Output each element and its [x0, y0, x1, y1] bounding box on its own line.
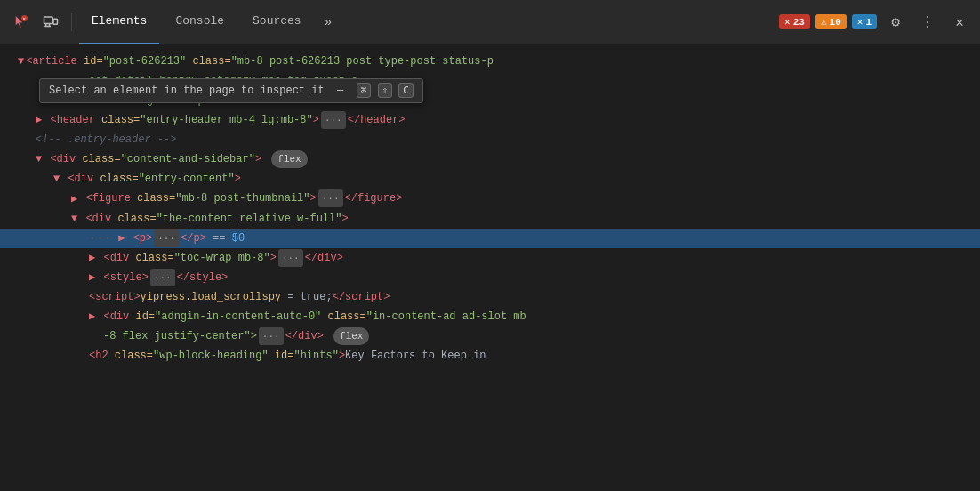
error-icon: ✕ [784, 16, 791, 28]
svg-rect-2 [44, 17, 53, 24]
warning-badge[interactable]: ⚠ 10 [815, 14, 847, 29]
warning-icon: ⚠ [821, 16, 827, 28]
code-line-4[interactable]: ▶ <header class="entry-header mb-4 lg:mb… [0, 110, 980, 130]
svg-text:✕: ✕ [22, 16, 26, 22]
code-content-8: ▶ <figure class="mb-8 post-thumbnail">··… [71, 189, 402, 207]
tab-elements[interactable]: Elements [79, 0, 159, 44]
code-content-14: ▶ <div id="adngin-in-content-auto-0" cla… [89, 308, 526, 326]
info-icon: ✕ [857, 16, 864, 28]
info-count: 1 [865, 17, 872, 28]
code-content-13: <script>yipress.load_scrollspy = true;</… [89, 288, 390, 306]
svg-rect-3 [53, 19, 58, 24]
code-line-13[interactable]: <script>yipress.load_scrollspy = true;</… [0, 287, 980, 307]
warning-count: 10 [830, 17, 841, 28]
shortcut-meta: ⌘ [357, 83, 372, 98]
settings-button[interactable]: ⚙ [882, 9, 909, 36]
tooltip-text: Select an element in the page to inspect… [49, 85, 325, 97]
error-count: 23 [793, 17, 805, 28]
code-content-9: ▼ <div class="the-content relative w-ful… [71, 210, 349, 228]
line-dots-10: ··· [89, 229, 111, 247]
code-line-12[interactable]: ▶ <style>···</style> [0, 268, 980, 287]
close-button[interactable]: ✕ [946, 9, 973, 36]
shortcut-shift: ⇧ [378, 83, 393, 98]
code-content-11: ▶ <div class="toc-wrap mb-8">···</div> [89, 249, 343, 267]
code-line-7[interactable]: ▼ <div class="entry-content"> [0, 169, 980, 189]
more-tabs-button[interactable]: » [317, 15, 339, 29]
code-content-5: <!-- .entry-header --> [36, 131, 176, 149]
info-badge[interactable]: ✕ 1 [852, 14, 877, 29]
code-line-1[interactable]: ▼ <article id="post-626213" class="mb-8 … [0, 52, 980, 71]
code-content-1: <article id="post-626213" class="mb-8 po… [26, 52, 494, 70]
code-line-16[interactable]: <h2 class="wp-block-heading" id="hints">… [0, 346, 980, 366]
code-line-5[interactable]: <!-- .entry-header --> [0, 130, 980, 149]
code-content-4: ▶ <header class="entry-header mb-4 lg:mb… [36, 111, 406, 129]
tab-console[interactable]: Console [163, 0, 237, 44]
devtools-toolbar: ✕ Elements Console Sources » ✕ 23 ⚠ 10 [0, 0, 980, 44]
code-line-8[interactable]: ▶ <figure class="mb-8 post-thumbnail">··… [0, 189, 980, 208]
code-content-16: <h2 class="wp-block-heading" id="hints">… [89, 347, 486, 365]
tab-sources[interactable]: Sources [240, 0, 314, 44]
toolbar-right: ✕ 23 ⚠ 10 ✕ 1 ⚙ ⋮ ✕ [779, 9, 973, 36]
code-line-10[interactable]: ··· ▶ <p>···</p> == $0 [0, 229, 980, 248]
inspector-tooltip: Select an element in the page to inspect… [39, 78, 423, 103]
code-content-12: ▶ <style>···</style> [89, 269, 228, 286]
code-content-6: ▼ <div class="content-and-sidebar"> flex [36, 150, 308, 168]
code-content-10: ▶ <p>···</p> == $0 [118, 229, 245, 247]
elements-panel: Select an element in the page to inspect… [0, 44, 980, 491]
error-badge[interactable]: ✕ 23 [779, 14, 810, 29]
code-content-15: -8 flex justify-center">···</div> flex [103, 327, 369, 345]
code-line-15[interactable]: -8 flex justify-center">···</div> flex [0, 326, 980, 346]
code-line-9[interactable]: ▼ <div class="the-content relative w-ful… [0, 209, 980, 229]
code-line-14[interactable]: ▶ <div id="adngin-in-content-auto-0" cla… [0, 307, 980, 326]
code-line-6[interactable]: ▼ <div class="content-and-sidebar"> flex [0, 149, 980, 169]
device-toggle-button[interactable] [37, 9, 64, 36]
code-content-7: ▼ <div class="entry-content"> [53, 170, 241, 188]
expand-arrow-1[interactable]: ▼ [18, 52, 24, 70]
code-line-11[interactable]: ▶ <div class="toc-wrap mb-8">···</div> [0, 248, 980, 268]
shortcut-c: C [398, 83, 414, 98]
inspect-element-button[interactable]: ✕ [7, 9, 34, 36]
more-options-button[interactable]: ⋮ [914, 9, 941, 36]
toolbar-divider-1 [71, 13, 72, 31]
